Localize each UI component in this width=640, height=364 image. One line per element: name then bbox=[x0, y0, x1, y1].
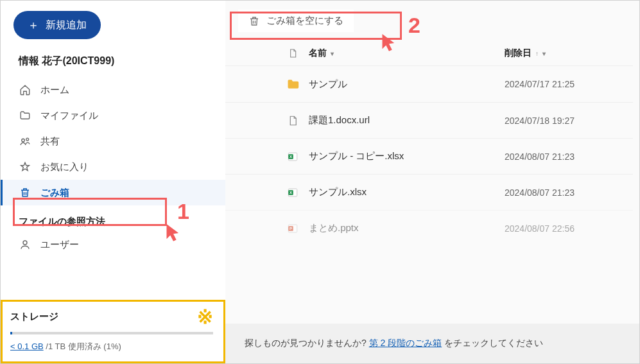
footer-prefix: 探しものが見つかりませんか? bbox=[245, 338, 369, 348]
file-name: サンプル.xlsx bbox=[309, 186, 505, 198]
nav-label: お気に入り bbox=[40, 161, 89, 173]
file-list: 名前 ▾ 削除日 ↑ ▾ サンプル 2024/07/17 21:25 bbox=[225, 41, 639, 324]
file-type-icon bbox=[277, 48, 309, 58]
svg-point-1 bbox=[26, 138, 29, 141]
folder-icon bbox=[19, 109, 31, 122]
column-name[interactable]: 名前 ▾ bbox=[309, 48, 505, 59]
svg-text:X: X bbox=[290, 155, 292, 159]
nav-shared[interactable]: 共有 bbox=[1, 128, 225, 154]
list-item[interactable]: サンプル 2024/07/17 21:25 bbox=[225, 65, 633, 102]
file-date: 2024/07/18 19:27 bbox=[505, 116, 620, 126]
empty-trash-button[interactable]: ごみ箱を空にする bbox=[238, 10, 354, 32]
storage-bar bbox=[10, 332, 213, 334]
svg-point-0 bbox=[22, 139, 25, 142]
excel-icon: X bbox=[277, 151, 309, 162]
storage-panel: ストレージ ※ < 0.1 GB /1 TB 使用済み (1%) bbox=[1, 300, 225, 363]
nav-myfiles[interactable]: マイファイル bbox=[1, 103, 225, 128]
list-item[interactable]: P まとめ.pptx 2024/08/07 22:56 bbox=[225, 210, 633, 246]
arrow-up-icon: ↑ bbox=[535, 50, 539, 57]
file-date: 2024/08/07 22:56 bbox=[505, 223, 620, 234]
storage-title: ストレージ bbox=[10, 311, 213, 323]
empty-trash-label: ごみ箱を空にする bbox=[266, 15, 343, 27]
file-date: 2024/08/07 21:23 bbox=[505, 152, 620, 162]
nav-label: ホーム bbox=[40, 84, 69, 96]
user-name: 情報 花子(20ICT999) bbox=[19, 55, 225, 68]
storage-usage-rest: /1 TB 使用済み (1%) bbox=[44, 342, 121, 351]
column-name-label: 名前 bbox=[309, 48, 327, 59]
nav-label: ごみ箱 bbox=[40, 187, 69, 199]
trash-icon bbox=[248, 15, 260, 27]
nav-secondary: ユーザー bbox=[1, 232, 225, 257]
share-icon bbox=[19, 135, 31, 148]
excel-icon: X bbox=[277, 187, 309, 198]
main-area: ごみ箱を空にする 名前 ▾ 削除日 ↑ ▾ bbox=[225, 1, 639, 363]
nav-label: 共有 bbox=[40, 135, 60, 148]
second-stage-trash-link[interactable]: 第 2 段階のごみ箱 bbox=[369, 338, 442, 348]
list-item[interactable]: X サンプル.xlsx 2024/08/07 21:23 bbox=[225, 174, 633, 210]
storage-usage: < 0.1 GB /1 TB 使用済み (1%) bbox=[10, 341, 213, 352]
sidebar: ＋ 新規追加 情報 花子(20ICT999) ホーム マイファイル bbox=[1, 1, 225, 363]
nav-favorites[interactable]: お気に入り bbox=[1, 154, 225, 180]
svg-point-2 bbox=[23, 241, 27, 245]
file-name: サンプル bbox=[309, 78, 505, 91]
nav-home[interactable]: ホーム bbox=[1, 77, 225, 103]
file-name: サンプル - コピー.xlsx bbox=[309, 150, 505, 162]
powerpoint-icon: P bbox=[277, 223, 309, 234]
storage-note-symbol: ※ bbox=[197, 306, 213, 328]
svg-text:P: P bbox=[290, 227, 292, 230]
nav-trash[interactable]: ごみ箱 bbox=[1, 180, 225, 205]
chevron-down-icon: ▾ bbox=[331, 50, 334, 57]
storage-usage-link[interactable]: < 0.1 GB bbox=[10, 342, 44, 351]
nav-label: マイファイル bbox=[40, 110, 98, 122]
svg-text:X: X bbox=[290, 191, 292, 195]
chevron-down-icon: ▾ bbox=[542, 50, 546, 57]
folder-icon bbox=[277, 78, 309, 91]
star-icon bbox=[19, 160, 31, 173]
footer-banner: 探しものが見つかりませんか? 第 2 段階のごみ箱 をチェックしてください bbox=[225, 324, 639, 363]
user-icon bbox=[19, 238, 31, 251]
file-date: 2024/07/17 21:25 bbox=[505, 79, 620, 89]
trash-icon bbox=[19, 186, 31, 199]
nav-users[interactable]: ユーザー bbox=[1, 232, 225, 257]
add-new-button[interactable]: ＋ 新規追加 bbox=[13, 11, 101, 39]
file-icon bbox=[277, 115, 309, 126]
plus-icon: ＋ bbox=[28, 17, 39, 33]
column-deleted-date[interactable]: 削除日 ↑ ▾ bbox=[505, 48, 620, 59]
home-icon bbox=[19, 83, 31, 96]
file-date: 2024/08/07 21:23 bbox=[505, 187, 620, 198]
section-browse-label: ファイルの参照方法 bbox=[19, 216, 225, 228]
file-name: まとめ.pptx bbox=[309, 222, 505, 234]
file-name: 課題1.docx.url bbox=[309, 114, 505, 126]
footer-suffix: をチェックしてください bbox=[442, 338, 543, 348]
add-new-label: 新規追加 bbox=[46, 19, 87, 32]
list-item[interactable]: X サンプル - コピー.xlsx 2024/08/07 21:23 bbox=[225, 138, 633, 174]
storage-bar-fill bbox=[10, 332, 12, 334]
nav-label: ユーザー bbox=[40, 239, 79, 251]
column-date-label: 削除日 bbox=[505, 48, 532, 59]
nav-primary: ホーム マイファイル 共有 お気に入り bbox=[1, 77, 225, 205]
list-header: 名前 ▾ 削除日 ↑ ▾ bbox=[225, 41, 633, 65]
toolbar: ごみ箱を空にする bbox=[225, 1, 639, 41]
list-item[interactable]: 課題1.docx.url 2024/07/18 19:27 bbox=[225, 102, 633, 138]
